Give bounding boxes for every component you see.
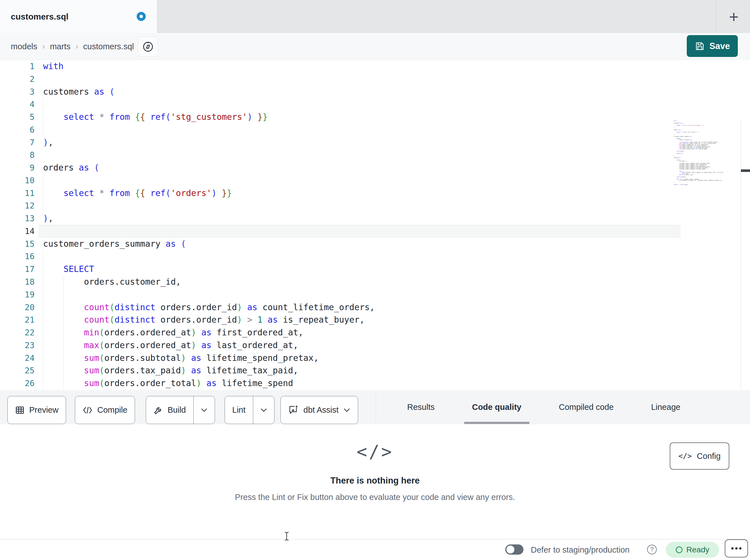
breadcrumb-separator: › <box>42 42 45 51</box>
code-line[interactable]: 13), <box>0 212 750 225</box>
codegen-button[interactable] <box>138 37 158 57</box>
code-line[interactable]: 6 <box>0 124 750 136</box>
code-line[interactable]: 18 orders.customer_id, <box>0 276 750 288</box>
code-text: count(distinct orders.order_id) > 1 as i… <box>43 315 364 325</box>
code-line[interactable]: 23 max(orders.ordered_at) as last_ordere… <box>0 339 750 352</box>
code-line[interactable]: 20 count(distinct orders.order_id) as co… <box>0 301 750 314</box>
lint-button-label: Lint <box>232 405 245 415</box>
code-line[interactable]: 22 min(orders.ordered_at) as first_order… <box>0 326 750 339</box>
line-number: 17 <box>0 263 35 276</box>
file-tab-customers-sql[interactable]: customers.sql <box>0 0 157 33</box>
breadcrumb-marts[interactable]: marts <box>50 42 71 51</box>
code-line[interactable]: 10 <box>0 174 750 187</box>
compile-button-label: Compile <box>97 405 127 415</box>
compile-button[interactable]: Compile <box>75 396 135 424</box>
breadcrumb-bar: models › marts › customers.sql Save <box>0 33 750 60</box>
tab-code-quality[interactable]: Code quality <box>464 390 529 424</box>
minimap[interactable]: with customers as ( select * from {{ ref… <box>674 120 741 190</box>
new-tab-button[interactable]: + <box>722 4 746 28</box>
config-button-label: Config <box>697 452 721 461</box>
code-editor[interactable]: 1with23customers as (45 select * from {{… <box>0 60 750 390</box>
dbt-assist-button[interactable]: dbt Assist <box>280 396 358 424</box>
code-line[interactable]: 5 select * from {{ ref('stg_customers') … <box>0 111 750 124</box>
code-line[interactable]: 24 sum(orders.subtotal) as lifetime_spen… <box>0 352 750 365</box>
tab-results[interactable]: Results <box>399 390 442 424</box>
code-text: sum(orders.order_total) as lifetime_spen… <box>43 378 293 388</box>
toolbar-divider <box>376 391 376 424</box>
line-number: 23 <box>0 339 35 352</box>
build-button[interactable]: Build <box>146 396 215 424</box>
line-number: 13 <box>0 212 35 225</box>
more-options-button[interactable] <box>725 539 748 557</box>
indent-guide <box>43 98 43 111</box>
code-line[interactable]: 12 <box>0 200 750 212</box>
indent-guide <box>43 250 43 263</box>
unsaved-changes-dot-icon <box>137 12 146 21</box>
code-text: ), <box>43 138 53 147</box>
code-line[interactable]: 3customers as ( <box>0 86 750 98</box>
code-line[interactable]: 1with <box>0 60 750 73</box>
indent-guide <box>43 288 43 301</box>
empty-state-subtitle: Press the Lint or Fix button above to ev… <box>0 493 750 502</box>
code-text: with <box>43 61 63 71</box>
code-line[interactable]: 25 sum(orders.tax_paid) as lifetime_tax_… <box>0 364 750 377</box>
code-quality-panel: </> There is nothing here Press the Lint… <box>0 424 750 539</box>
code-text: min(orders.ordered_at) as first_ordered_… <box>43 328 303 337</box>
line-number: 2 <box>0 73 35 86</box>
breadcrumb-separator: › <box>76 42 78 51</box>
lint-dropdown-button[interactable] <box>253 396 274 424</box>
code-line[interactable]: 26 sum(orders.order_total) as lifetime_s… <box>0 377 750 390</box>
codegen-compass-icon <box>142 41 154 53</box>
file-tab-title: customers.sql <box>11 12 68 22</box>
code-brackets-icon: </> <box>678 452 692 460</box>
line-number: 14 <box>0 225 35 238</box>
build-button-label: Build <box>167 405 186 415</box>
line-number: 20 <box>0 301 35 314</box>
breadcrumb-file: customers.sql <box>83 42 134 51</box>
editor-right-divider <box>741 120 741 390</box>
line-number: 5 <box>0 111 35 124</box>
code-line[interactable]: 4 <box>0 98 750 111</box>
line-number: 8 <box>0 149 35 162</box>
code-line[interactable]: 16 <box>0 250 750 263</box>
line-number: 25 <box>0 364 35 377</box>
line-number: 21 <box>0 314 35 326</box>
code-line[interactable]: 17 SELECT <box>0 263 750 276</box>
code-line[interactable]: 7), <box>0 136 750 149</box>
code-line[interactable]: 21 count(distinct orders.order_id) > 1 a… <box>0 314 750 326</box>
line-number: 12 <box>0 200 35 212</box>
code-line[interactable]: 15customer_orders_summary as ( <box>0 238 750 250</box>
code-line[interactable]: 8 <box>0 149 750 162</box>
line-number: 10 <box>0 174 35 187</box>
question-circle-icon[interactable]: ? <box>647 545 657 554</box>
breadcrumb-models[interactable]: models <box>11 42 37 51</box>
preview-button-label: Preview <box>29 405 58 415</box>
tab-lineage[interactable]: Lineage <box>643 390 688 424</box>
code-slash-icon: </> <box>0 441 750 462</box>
indent-guide <box>43 200 43 212</box>
defer-toggle[interactable] <box>505 544 524 555</box>
lint-button[interactable]: Lint <box>224 396 275 424</box>
tab-compiled-code[interactable]: Compiled code <box>551 390 621 424</box>
code-line[interactable]: 2 <box>0 73 750 86</box>
indent-guide <box>43 124 43 136</box>
code-text: max(orders.ordered_at) as last_ordered_a… <box>43 340 298 350</box>
code-text: orders as ( <box>43 163 99 172</box>
save-button[interactable]: Save <box>687 35 738 57</box>
line-number: 16 <box>0 250 35 263</box>
preview-button[interactable]: Preview <box>7 396 66 424</box>
code-line[interactable]: 11 select * from {{ ref('orders') }} <box>0 187 750 200</box>
line-number: 22 <box>0 326 35 339</box>
overview-ruler-marker <box>741 169 750 172</box>
build-dropdown-button[interactable] <box>193 396 215 424</box>
toggle-knob <box>507 545 514 554</box>
code-line[interactable]: 14 <box>0 225 750 238</box>
config-button[interactable]: </> Config <box>670 442 729 470</box>
save-button-label: Save <box>709 41 730 51</box>
chevron-down-icon <box>200 408 208 412</box>
code-line[interactable]: 9orders as ( <box>0 162 750 174</box>
result-tabs: ResultsCode qualityCompiled codeLineage <box>399 390 688 424</box>
code-line[interactable]: 19 <box>0 288 750 301</box>
minimap-line: select * from joined <box>674 184 741 185</box>
line-number: 3 <box>0 86 35 98</box>
